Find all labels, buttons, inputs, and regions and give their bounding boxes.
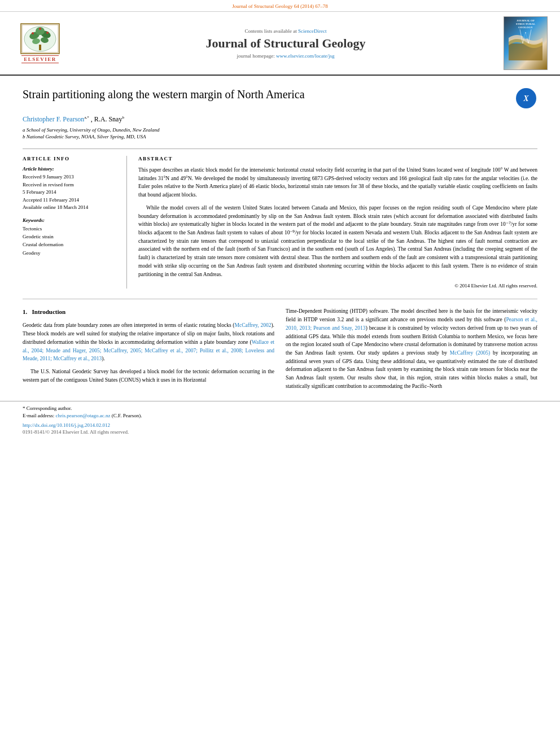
- copyright-line: © 2014 Elsevier Ltd. All rights reserved…: [138, 283, 537, 289]
- paper-title-section: Strain partitioning along the western ma…: [23, 76, 537, 115]
- available-date: Available online 18 March 2014: [23, 204, 119, 212]
- homepage-link[interactable]: www.elsevier.com/locate/jsg: [276, 53, 334, 59]
- introduction-heading: 1. Introduction: [23, 307, 274, 317]
- email-note: E-mail address: chris.pearson@otago.ac.n…: [23, 412, 537, 420]
- keyword-geodesy: Geodesy: [23, 249, 119, 257]
- article-history-label: Article history:: [23, 166, 119, 172]
- refs-link-1[interactable]: Wallace et al., 2004; Meade and Hager, 2…: [23, 339, 274, 361]
- abstract-paragraph-2: While the model covers all of the wester…: [138, 204, 537, 278]
- keywords-label: Keywords:: [23, 217, 119, 223]
- doi-link[interactable]: http://dx.doi.org/10.1016/j.jsg.2014.02.…: [23, 422, 110, 428]
- journal-title: Journal of Structural Geology: [71, 36, 500, 51]
- body-right-column: Time-Dependent Positioning (HTDP) softwa…: [286, 307, 537, 395]
- accepted-date: Accepted 11 February 2014: [23, 196, 119, 204]
- elsevier-tree-icon: [20, 23, 60, 54]
- affiliation-b: b National Geodetic Survey, NOAA, Silver…: [23, 134, 537, 139]
- footer-area: * Corresponding author. E-mail address: …: [0, 401, 560, 435]
- contents-line: Contents lists available at ScienceDirec…: [71, 28, 500, 34]
- crossmark-logo[interactable]: X: [515, 87, 537, 110]
- received-date: Received 9 January 2013: [23, 173, 119, 181]
- svg-rect-1: [39, 45, 41, 50]
- sciencedirect-link[interactable]: ScienceDirect: [298, 28, 326, 34]
- journal-thumbnail: JOURNAL OFSTRUCTURALGEOLOGY: [500, 16, 551, 70]
- svg-text:X: X: [523, 94, 529, 103]
- author-email-link[interactable]: chris.pearson@otago.ac.nz: [55, 413, 110, 418]
- elsevier-label: ELSEVIER: [21, 55, 59, 63]
- journal-cover-graphic: [509, 29, 542, 60]
- body-two-column: 1. Introduction Geodetic data from plate…: [23, 307, 537, 395]
- intro-paragraph-2: The U.S. National Geodetic Survey has de…: [23, 368, 274, 384]
- doi-line: http://dx.doi.org/10.1016/j.jsg.2014.02.…: [23, 422, 537, 428]
- journal-header-center: Contents lists available at ScienceDirec…: [71, 28, 500, 59]
- article-info-label: ARTICLE INFO: [23, 156, 119, 161]
- section-divider: [23, 299, 537, 299]
- affiliation-a: a School of Surveying, University of Ota…: [23, 127, 537, 133]
- crossmark-icon: X: [518, 90, 534, 106]
- mccaffrey-2002-link[interactable]: McCaffrey, 2002: [234, 322, 271, 328]
- abstract-label: ABSTRACT: [138, 156, 537, 161]
- abstract-column: ABSTRACT This paper describes an elastic…: [138, 156, 537, 289]
- keyword-geodetic-strain: Geodetic strain: [23, 233, 119, 241]
- mccaffrey-2005-link[interactable]: McCaffrey (2005): [450, 350, 491, 356]
- svg-point-8: [46, 32, 49, 34]
- article-info-abstract-section: ARTICLE INFO Article history: Received 9…: [23, 148, 537, 289]
- abstract-paragraph-1: This paper describes an elastic block mo…: [138, 166, 537, 199]
- corresponding-author-note: * Corresponding author.: [23, 405, 537, 413]
- journal-header: ELSEVIER Contents lists available at Sci…: [0, 12, 560, 76]
- pearson-refs-link[interactable]: Pearson et al., 2010, 2013; Pearson and …: [286, 317, 537, 331]
- intro-paragraph-1: Geodetic data from plate boundary zones …: [23, 321, 274, 363]
- body-left-column: 1. Introduction Geodetic data from plate…: [23, 307, 274, 395]
- homepage-line: journal homepage: www.elsevier.com/locat…: [71, 53, 500, 59]
- journal-reference: Journal of Structural Geology 64 (2014) …: [0, 0, 560, 12]
- received-revised-label: Received in revised form: [23, 181, 119, 189]
- author1-link[interactable]: Christopher F. Pearson: [23, 115, 84, 123]
- issn-line: 0191-8141/© 2014 Elsevier Ltd. All right…: [23, 429, 537, 435]
- paper-title: Strain partitioning along the western ma…: [23, 87, 515, 102]
- abstract-text: This paper describes an elastic block mo…: [138, 166, 537, 278]
- journal-cover-image: JOURNAL OFSTRUCTURALGEOLOGY: [504, 16, 548, 70]
- article-body: Strain partitioning along the western ma…: [0, 76, 560, 395]
- keyword-crustal-deformation: Crustal deformation: [23, 241, 119, 248]
- authors-line: Christopher F. Pearsona,* , R.A. Snayb: [23, 115, 537, 124]
- svg-point-13: [523, 33, 528, 39]
- elsevier-logo: ELSEVIER: [9, 23, 71, 63]
- article-info-column: ARTICLE INFO Article history: Received 9…: [23, 156, 127, 289]
- svg-point-7: [32, 32, 34, 34]
- keyword-tectonics: Tectonics: [23, 225, 119, 233]
- intro-paragraph-3: Time-Dependent Positioning (HTDP) softwa…: [286, 307, 537, 390]
- svg-point-9: [39, 28, 41, 30]
- revised-date: 5 February 2014: [23, 189, 119, 196]
